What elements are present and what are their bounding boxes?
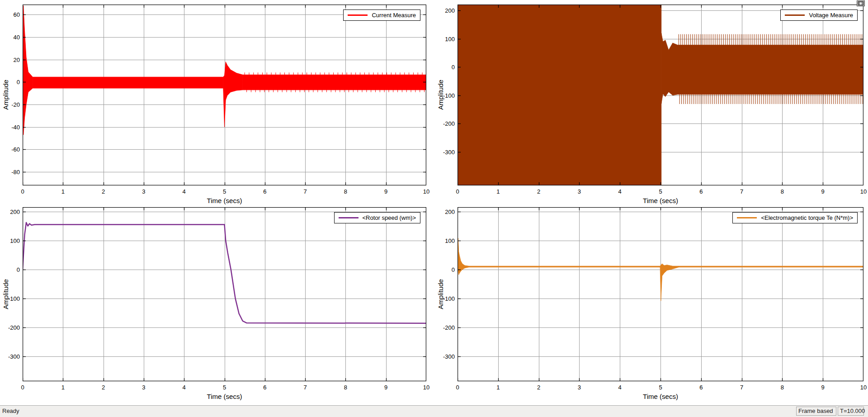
x-tick-label: 6 xyxy=(263,188,266,195)
legend-label: <Rotor speed (wm)> xyxy=(363,214,416,221)
x-tick-label: 5 xyxy=(659,188,662,195)
x-tick-label: 9 xyxy=(821,188,825,195)
legend-label: <Electromagnetic torque Te (N*m)> xyxy=(761,214,853,221)
legend-voltage-measure[interactable]: Voltage Measure xyxy=(780,9,858,21)
x-tick-label: 9 xyxy=(821,384,825,391)
x-tick-label: 10 xyxy=(860,188,867,195)
current-signal xyxy=(23,5,426,135)
x-tick-label: 7 xyxy=(740,188,743,195)
legend-line-sample xyxy=(339,217,359,218)
status-bar: Ready Frame based T=10.000 xyxy=(0,405,868,417)
grid-lines xyxy=(458,207,863,381)
x-tick-label: 0 xyxy=(456,188,459,195)
x-tick-label: 5 xyxy=(223,384,226,391)
y-tick-label: -200 xyxy=(428,324,455,331)
legend-label: Current Measure xyxy=(372,12,416,19)
x-tick-label: 2 xyxy=(537,384,540,391)
y-axis-label: Amplitude xyxy=(2,66,9,124)
x-tick-label: 7 xyxy=(740,384,743,391)
rotor-speed-plot-area[interactable] xyxy=(23,207,426,381)
y-axis-label: Amplitude xyxy=(437,265,444,323)
legend-line-sample xyxy=(737,217,757,218)
x-tick-label: 8 xyxy=(781,384,784,391)
legend-rotor-speed[interactable]: <Rotor speed (wm)> xyxy=(334,212,421,223)
voltage-plot-area[interactable] xyxy=(458,5,863,185)
y-tick-label: 200 xyxy=(0,208,20,215)
legend-current-measure[interactable]: Current Measure xyxy=(343,9,420,21)
y-tick-label: -80 xyxy=(0,169,20,175)
x-tick-label: 10 xyxy=(423,384,429,391)
legend-torque[interactable]: <Electromagnetic torque Te (N*m)> xyxy=(732,212,858,223)
x-tick-label: 0 xyxy=(456,384,459,391)
legend-line-sample xyxy=(348,14,368,16)
x-tick-label: 3 xyxy=(142,384,145,391)
y-tick-label: 20 xyxy=(0,57,20,63)
status-frame-based: Frame based xyxy=(796,407,836,416)
y-tick-label: 60 xyxy=(0,11,20,18)
x-tick-label: 4 xyxy=(618,188,622,195)
y-tick-label: 200 xyxy=(428,7,455,14)
x-tick-label: 0 xyxy=(21,384,24,391)
voltage-signal xyxy=(458,5,863,185)
current-plot-area[interactable] xyxy=(23,5,426,185)
status-sim-time: T=10.000 xyxy=(838,407,864,416)
x-tick-label: 2 xyxy=(102,384,105,391)
y-tick-label: 100 xyxy=(428,36,455,43)
x-tick-label: 2 xyxy=(102,188,105,195)
x-tick-label: 8 xyxy=(781,188,784,195)
x-tick-label: 4 xyxy=(183,188,186,195)
x-tick-label: 0 xyxy=(21,188,24,195)
y-tick-label: 200 xyxy=(428,208,455,215)
y-tick-label: -300 xyxy=(428,149,455,156)
x-tick-label: 1 xyxy=(496,384,500,391)
x-tick-label: 3 xyxy=(578,188,581,195)
y-tick-label: 100 xyxy=(428,237,455,244)
x-axis-label: Time (secs) xyxy=(643,197,678,204)
grid-lines xyxy=(23,207,426,381)
x-tick-label: 1 xyxy=(496,188,500,195)
y-tick-label: -60 xyxy=(0,146,20,153)
y-tick-label: -300 xyxy=(0,353,20,360)
x-tick-label: 1 xyxy=(61,188,65,195)
x-tick-label: 5 xyxy=(223,188,226,195)
y-axis-label: Amplitude xyxy=(2,265,9,323)
x-tick-label: 9 xyxy=(384,384,387,391)
x-tick-label: 4 xyxy=(618,384,622,391)
x-tick-label: 3 xyxy=(578,384,581,391)
x-tick-label: 1 xyxy=(61,384,65,391)
x-tick-label: 10 xyxy=(423,188,429,195)
x-axis-label: Time (secs) xyxy=(643,393,678,400)
y-tick-label: 40 xyxy=(0,34,20,41)
x-tick-label: 6 xyxy=(699,384,703,391)
x-tick-label: 10 xyxy=(860,384,867,391)
rotor-speed-signal xyxy=(23,223,426,323)
legend-line-sample xyxy=(785,14,805,16)
x-tick-label: 3 xyxy=(142,188,145,195)
x-axis-label: Time (secs) xyxy=(207,197,242,204)
x-tick-label: 8 xyxy=(344,188,347,195)
x-axis-label: Time (secs) xyxy=(207,393,242,400)
x-tick-label: 7 xyxy=(303,188,307,195)
legend-label: Voltage Measure xyxy=(809,12,853,19)
y-tick-label: -200 xyxy=(0,324,20,331)
y-tick-label: 100 xyxy=(0,237,20,244)
y-axis-label: Amplitude xyxy=(437,66,444,124)
x-tick-label: 6 xyxy=(263,384,266,391)
x-tick-label: 9 xyxy=(384,188,387,195)
x-tick-label: 6 xyxy=(699,188,703,195)
x-tick-label: 7 xyxy=(303,384,307,391)
torque-plot-area[interactable] xyxy=(458,207,863,381)
x-tick-label: 4 xyxy=(183,384,186,391)
x-tick-label: 8 xyxy=(344,384,347,391)
status-ready-text: Ready xyxy=(2,408,19,414)
x-tick-label: 2 xyxy=(537,188,540,195)
dock-figure-icon[interactable] xyxy=(857,0,865,6)
y-tick-label: -40 xyxy=(0,124,20,131)
scope-window: Current Measure 0123456789106040200-20-4… xyxy=(0,0,868,417)
x-tick-label: 5 xyxy=(659,384,662,391)
y-tick-label: -300 xyxy=(428,353,455,360)
